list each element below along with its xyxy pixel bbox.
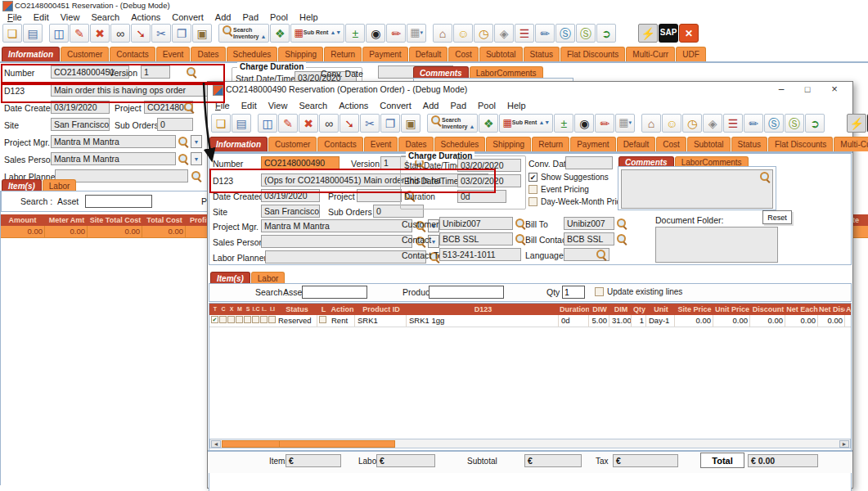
smiley-icon[interactable]: ☺ xyxy=(453,24,473,43)
menu-actions[interactable]: Actions xyxy=(125,11,166,23)
s-note-icon[interactable]: Ⓢ xyxy=(785,114,804,133)
find-binoculars-icon[interactable]: ∞ xyxy=(319,114,339,133)
minimize-button[interactable]: – xyxy=(769,82,794,98)
checkbox-day-week-month-pricing[interactable] xyxy=(528,197,537,206)
paste-icon[interactable]: ▣ xyxy=(401,114,421,133)
row-check[interactable] xyxy=(268,316,276,323)
tab-default[interactable]: Default xyxy=(617,137,656,151)
tab-status[interactable]: Status xyxy=(524,47,560,61)
grid-icon[interactable]: ▦▾ xyxy=(407,24,426,43)
dlg-customer-field[interactable]: Unibiz007 xyxy=(439,217,513,230)
print-icon[interactable]: ▤ xyxy=(23,24,43,43)
dlg-bill-to-field[interactable]: Unibiz007 xyxy=(564,217,614,230)
search-inventory-button[interactable]: SearchInventory ▲▼ xyxy=(427,114,478,133)
sub-orders-field[interactable]: 0 xyxy=(157,118,193,131)
version-field[interactable]: 1 xyxy=(141,65,170,79)
menu-edit[interactable]: Edit xyxy=(236,100,263,111)
menu-pool[interactable]: Pool xyxy=(472,100,501,111)
dlg-start-field[interactable]: 03/20/2020 xyxy=(457,159,521,172)
note-edit2-icon[interactable]: ✏ xyxy=(535,24,555,43)
note-edit2-icon[interactable]: ✏ xyxy=(744,114,763,133)
tab-return[interactable]: Return xyxy=(324,47,362,61)
lightning-icon[interactable]: ⚡ xyxy=(847,114,866,133)
spheres-icon[interactable]: ◉ xyxy=(574,114,594,133)
s-note-icon[interactable]: Ⓢ xyxy=(576,24,596,43)
colored-cubes-icon[interactable]: ❖ xyxy=(479,114,498,133)
tab-schedules[interactable]: Schedules xyxy=(434,137,486,151)
print-icon[interactable]: ▤ xyxy=(232,114,251,133)
close-button[interactable]: × xyxy=(821,82,848,98)
box-3d-icon[interactable]: ◈ xyxy=(494,24,514,43)
dlg-contact-field[interactable]: BCB SSL xyxy=(439,232,513,246)
dlg-language-lookup-icon[interactable] xyxy=(596,249,607,260)
dlg-hscroll-thumb[interactable] xyxy=(222,440,395,448)
save-icon[interactable]: ◫ xyxy=(258,114,277,133)
date-created-field[interactable]: 03/19/2020 xyxy=(51,101,110,114)
project-mgr-dropdown[interactable]: ▼ xyxy=(191,135,202,148)
export-icon[interactable]: ➘ xyxy=(131,24,151,43)
tab-subtotal[interactable]: Subtotal xyxy=(479,47,523,61)
dlg-bill-contact-field[interactable]: BCB SSL xyxy=(564,232,614,246)
note-edit-icon[interactable]: ✏ xyxy=(386,24,406,43)
books-icon[interactable]: ☰ xyxy=(515,24,534,43)
org-building-icon[interactable]: ⌂ xyxy=(641,114,661,133)
sub-rent-button[interactable]: ▦Sub Rent ▲▼ xyxy=(499,114,553,133)
delete-icon[interactable]: ✖ xyxy=(90,24,110,43)
menu-file[interactable]: File xyxy=(209,100,236,111)
tab-schedules[interactable]: Schedules xyxy=(227,47,278,61)
books-icon[interactable]: ☰ xyxy=(723,114,743,133)
tab-payment[interactable]: Payment xyxy=(570,137,615,151)
project-lookup-icon[interactable] xyxy=(183,101,195,113)
dlg-qty-input[interactable] xyxy=(562,286,585,299)
menu-pad[interactable]: Pad xyxy=(236,11,264,23)
dlg-product-input[interactable] xyxy=(429,286,504,299)
row-check[interactable] xyxy=(219,316,227,323)
main-asset-input[interactable] xyxy=(85,195,152,208)
truck-icon[interactable]: ➲ xyxy=(805,114,825,133)
sap-badge[interactable]: SAP xyxy=(659,24,678,43)
sales-person-lookup-icon[interactable] xyxy=(178,153,189,164)
menu-pool[interactable]: Pool xyxy=(264,11,294,23)
menu-view[interactable]: View xyxy=(55,11,86,23)
tab-return[interactable]: Return xyxy=(532,137,569,151)
dlg-bill-to-lookup-icon[interactable] xyxy=(616,218,627,229)
sales-person-field[interactable]: Mantra M Mantra xyxy=(51,152,176,165)
scroll-right-arrow[interactable]: ► xyxy=(839,440,849,448)
tab-customer[interactable]: Customer xyxy=(268,137,317,151)
truck-icon[interactable]: ➲ xyxy=(596,24,616,43)
tab-udf[interactable]: UDF xyxy=(676,47,706,61)
site-field[interactable]: San Francisco xyxy=(51,118,110,131)
tab-information[interactable]: Information xyxy=(2,47,60,61)
tab-contacts[interactable]: Contacts xyxy=(317,137,362,151)
edit-pencil-icon[interactable]: ✎ xyxy=(70,24,89,43)
dlg-update-existing-checkbox[interactable] xyxy=(595,287,604,296)
exit-badge[interactable]: ✕ xyxy=(679,24,699,43)
colored-cubes-icon[interactable]: ❖ xyxy=(270,24,290,43)
menu-help[interactable]: Help xyxy=(501,100,532,111)
menu-edit[interactable]: Edit xyxy=(28,11,55,23)
dlg-comments-textarea[interactable] xyxy=(621,169,773,209)
tab-flat-discounts[interactable]: Flat Discounts xyxy=(768,137,833,151)
dlg-comments-lookup-icon[interactable] xyxy=(759,171,771,182)
row-check[interactable] xyxy=(260,316,268,323)
search-inventory-button[interactable]: SearchInventory ▲▼ xyxy=(218,24,269,43)
total-button[interactable]: Total xyxy=(700,453,744,468)
delete-icon[interactable]: ✖ xyxy=(299,114,318,133)
menu-view[interactable]: View xyxy=(263,100,294,111)
tab-shipping[interactable]: Shipping xyxy=(278,47,323,61)
tab-status[interactable]: Status xyxy=(731,137,767,151)
row-check[interactable] xyxy=(236,316,243,323)
maximize-button[interactable]: □ xyxy=(795,82,820,98)
tab-cost[interactable]: Cost xyxy=(448,47,479,61)
s-arrow-icon[interactable]: Ⓢ xyxy=(555,24,575,43)
tab-event[interactable]: Event xyxy=(364,137,398,151)
cut-icon[interactable]: ✂ xyxy=(151,24,171,43)
version-lookup-icon[interactable] xyxy=(186,66,197,78)
dlg-number-field[interactable]: CO2148000490 xyxy=(261,156,340,169)
plus-minus-icon[interactable]: ± xyxy=(554,114,573,133)
d123-field[interactable]: Main order this is having ops order xyxy=(51,83,217,97)
labor-planner-lookup-icon[interactable] xyxy=(191,170,202,182)
export-icon[interactable]: ➘ xyxy=(340,114,359,133)
row-check[interactable] xyxy=(211,316,218,323)
folder-clock-icon[interactable]: ◷ xyxy=(474,24,493,43)
